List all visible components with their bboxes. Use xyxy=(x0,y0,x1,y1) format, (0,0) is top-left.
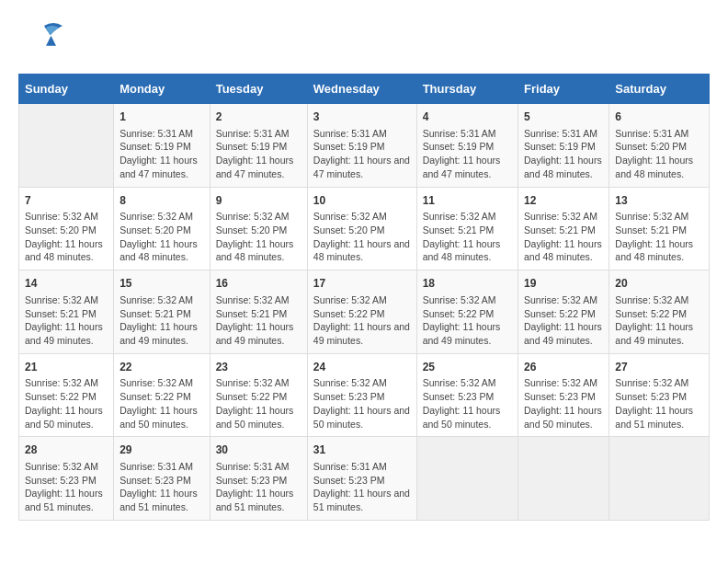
day-number: 16 xyxy=(216,276,301,292)
day-info: Daylight: 11 hours and 48 minutes. xyxy=(423,237,512,264)
day-info: Sunrise: 5:32 AM xyxy=(524,376,603,390)
day-info: Sunset: 5:22 PM xyxy=(524,307,603,321)
day-info: Sunrise: 5:32 AM xyxy=(216,293,301,307)
day-info: Sunset: 5:21 PM xyxy=(524,224,603,237)
calendar-cell: 28Sunrise: 5:32 AMSunset: 5:23 PMDayligh… xyxy=(19,437,114,521)
day-info: Sunset: 5:20 PM xyxy=(615,140,703,154)
calendar-cell: 21Sunrise: 5:32 AMSunset: 5:22 PMDayligh… xyxy=(19,353,114,437)
day-info: Sunset: 5:21 PM xyxy=(119,307,204,321)
day-info: Sunrise: 5:31 AM xyxy=(119,460,204,474)
day-info: Daylight: 11 hours and 51 minutes. xyxy=(313,487,411,513)
day-number: 20 xyxy=(615,276,703,292)
day-number: 29 xyxy=(119,442,204,458)
day-number: 11 xyxy=(423,193,512,209)
day-info: Daylight: 11 hours and 47 minutes. xyxy=(423,154,512,180)
day-info: Sunset: 5:23 PM xyxy=(119,474,204,488)
calendar-week-5: 28Sunrise: 5:32 AMSunset: 5:23 PMDayligh… xyxy=(19,437,710,521)
day-info: Daylight: 11 hours and 50 minutes. xyxy=(313,404,411,431)
day-info: Sunset: 5:23 PM xyxy=(216,474,301,488)
day-info: Sunrise: 5:31 AM xyxy=(216,460,301,474)
day-info: Sunset: 5:20 PM xyxy=(313,224,411,237)
day-info: Sunrise: 5:32 AM xyxy=(119,376,204,390)
day-info: Daylight: 11 hours and 51 minutes. xyxy=(25,487,108,513)
calendar-cell: 25Sunrise: 5:32 AMSunset: 5:23 PMDayligh… xyxy=(416,353,518,437)
day-info: Sunrise: 5:32 AM xyxy=(423,376,512,390)
day-number: 3 xyxy=(313,109,411,125)
day-info: Daylight: 11 hours and 48 minutes. xyxy=(313,237,411,264)
day-number: 31 xyxy=(313,442,411,458)
day-info: Sunrise: 5:31 AM xyxy=(423,127,512,141)
day-number: 4 xyxy=(423,109,512,125)
calendar-cell: 30Sunrise: 5:31 AMSunset: 5:23 PMDayligh… xyxy=(210,437,307,521)
calendar-cell: 2Sunrise: 5:31 AMSunset: 5:19 PMDaylight… xyxy=(210,104,307,188)
day-info: Sunset: 5:23 PM xyxy=(615,390,703,404)
day-info: Sunset: 5:23 PM xyxy=(25,474,108,488)
calendar-cell: 27Sunrise: 5:32 AMSunset: 5:23 PMDayligh… xyxy=(609,353,710,437)
calendar-cell: 3Sunrise: 5:31 AMSunset: 5:19 PMDaylight… xyxy=(307,104,416,188)
day-number: 1 xyxy=(119,109,204,125)
header: ▴ xyxy=(18,18,710,64)
day-number: 10 xyxy=(313,193,411,209)
day-info: Sunrise: 5:32 AM xyxy=(615,210,703,224)
day-info: Daylight: 11 hours and 48 minutes. xyxy=(25,237,108,264)
calendar-header-row: SundayMondayTuesdayWednesdayThursdayFrid… xyxy=(19,75,710,104)
day-info: Sunset: 5:22 PM xyxy=(423,307,512,321)
day-info: Sunrise: 5:32 AM xyxy=(313,293,411,307)
calendar-cell xyxy=(19,104,114,188)
header-sunday: Sunday xyxy=(19,75,114,104)
day-number: 24 xyxy=(313,360,411,375)
day-info: Sunrise: 5:31 AM xyxy=(119,127,204,141)
calendar-cell: 26Sunrise: 5:32 AMSunset: 5:23 PMDayligh… xyxy=(518,353,609,437)
calendar-week-4: 21Sunrise: 5:32 AMSunset: 5:22 PMDayligh… xyxy=(19,353,710,437)
day-info: Sunset: 5:21 PM xyxy=(216,307,301,321)
day-info: Daylight: 11 hours and 47 minutes. xyxy=(313,154,411,180)
day-info: Sunrise: 5:32 AM xyxy=(615,376,703,390)
day-info: Daylight: 11 hours and 47 minutes. xyxy=(216,154,301,180)
calendar-cell: 15Sunrise: 5:32 AMSunset: 5:21 PMDayligh… xyxy=(114,270,210,354)
day-info: Sunrise: 5:31 AM xyxy=(615,127,703,141)
day-number: 27 xyxy=(615,360,703,375)
day-info: Sunrise: 5:32 AM xyxy=(216,376,301,390)
day-number: 6 xyxy=(615,109,703,125)
day-number: 17 xyxy=(313,276,411,292)
day-info: Daylight: 11 hours and 48 minutes. xyxy=(615,237,703,264)
day-number: 28 xyxy=(25,442,108,458)
logo-bird-icon: ▴ xyxy=(18,18,69,64)
day-info: Sunset: 5:22 PM xyxy=(615,307,703,321)
day-info: Sunrise: 5:32 AM xyxy=(119,293,204,307)
day-number: 5 xyxy=(524,109,603,125)
calendar-cell: 13Sunrise: 5:32 AMSunset: 5:21 PMDayligh… xyxy=(609,187,710,270)
day-number: 23 xyxy=(216,360,301,375)
day-info: Sunset: 5:19 PM xyxy=(423,140,512,154)
day-info: Sunrise: 5:32 AM xyxy=(615,293,703,307)
day-info: Sunset: 5:23 PM xyxy=(524,390,603,404)
header-friday: Friday xyxy=(518,75,609,104)
day-number: 12 xyxy=(524,193,603,209)
day-info: Sunrise: 5:32 AM xyxy=(119,210,204,224)
calendar-cell: 9Sunrise: 5:32 AMSunset: 5:20 PMDaylight… xyxy=(210,187,307,270)
calendar-cell: 29Sunrise: 5:31 AMSunset: 5:23 PMDayligh… xyxy=(114,437,210,521)
calendar-cell: 8Sunrise: 5:32 AMSunset: 5:20 PMDaylight… xyxy=(114,187,210,270)
day-info: Sunset: 5:20 PM xyxy=(119,224,204,237)
day-info: Sunset: 5:19 PM xyxy=(313,140,411,154)
calendar-cell: 7Sunrise: 5:32 AMSunset: 5:20 PMDaylight… xyxy=(19,187,114,270)
day-info: Sunrise: 5:32 AM xyxy=(423,210,512,224)
day-info: Sunrise: 5:32 AM xyxy=(216,210,301,224)
day-info: Sunset: 5:19 PM xyxy=(119,140,204,154)
day-info: Sunrise: 5:32 AM xyxy=(25,376,108,390)
day-info: Sunset: 5:23 PM xyxy=(313,390,411,404)
day-info: Sunrise: 5:32 AM xyxy=(423,293,512,307)
day-number: 22 xyxy=(119,360,204,375)
day-info: Sunset: 5:22 PM xyxy=(216,390,301,404)
calendar-cell xyxy=(609,437,710,521)
day-info: Sunset: 5:19 PM xyxy=(524,140,603,154)
day-info: Sunset: 5:22 PM xyxy=(119,390,204,404)
calendar-week-1: 1Sunrise: 5:31 AMSunset: 5:19 PMDaylight… xyxy=(19,104,710,188)
day-number: 13 xyxy=(615,193,703,209)
calendar-cell: 12Sunrise: 5:32 AMSunset: 5:21 PMDayligh… xyxy=(518,187,609,270)
day-info: Sunset: 5:22 PM xyxy=(25,390,108,404)
day-number: 9 xyxy=(216,193,301,209)
day-info: Daylight: 11 hours and 48 minutes. xyxy=(216,237,301,264)
day-info: Sunset: 5:22 PM xyxy=(313,307,411,321)
day-info: Daylight: 11 hours and 49 minutes. xyxy=(25,320,108,347)
